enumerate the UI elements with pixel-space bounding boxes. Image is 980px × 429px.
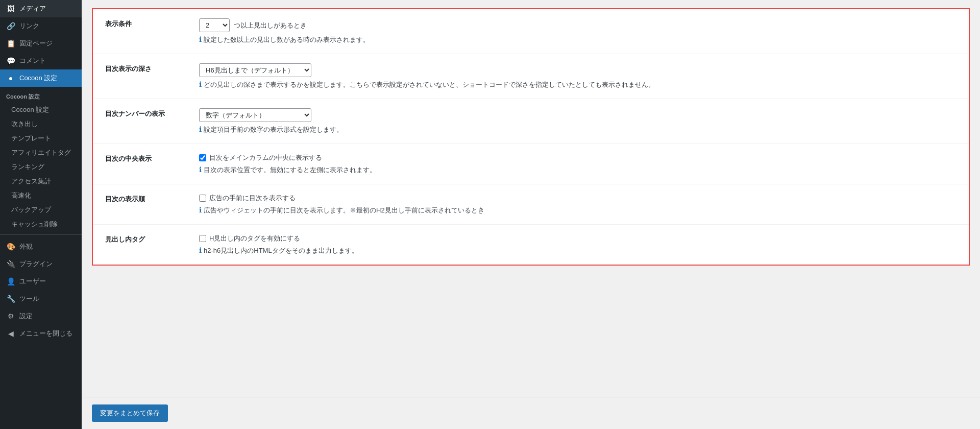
sidebar-item-users[interactable]: 👤 ユーザー [0,273,82,290]
control-toc-depth: H2見出しまで H3見出しまで H4見出しまで H5見出しまで H6見出しまで（… [199,63,957,89]
plugins-icon: 🔌 [6,259,15,269]
select-toc-number[interactable]: 数字（デフォルト） なし [199,108,311,122]
sidebar-item-label: 外観 [19,242,33,251]
settings-row-toc-number: 目次ナンバーの表示 数字（デフォルト） なし ℹ 設定項目手前の数字の表示形式を… [93,99,969,144]
save-button[interactable]: 変更をまとめて保存 [92,404,168,422]
display-condition-suffix: つ以上見出しがあるとき [234,21,307,30]
tools-icon: 🔧 [6,294,15,303]
checkbox-toc-order[interactable] [199,195,206,202]
settings-icon: ⚙ [6,312,15,321]
sidebar-sub-cocoon[interactable]: Cocoon 設定 [0,103,82,117]
control-heading-tag: H見出し内のタグを有効にする ℹ h2-h6見出し内のHTMLタグをそのまま出力… [199,234,957,255]
sidebar-item-label: メディア [19,4,46,13]
sidebar: 🖼 メディア 🔗 リンク 📋 固定ページ 💬 コメント ● Cocoon 設定 … [0,0,82,429]
checkbox-text-toc-order: 広告の手前に目次を表示する [209,194,296,203]
sidebar-item-comment[interactable]: 💬 コメント [0,52,82,69]
hint-toc-order: ℹ 広告やウィジェットの手前に目次を表示します。※最初のH2見出し手前に表示され… [199,206,957,215]
checkbox-toc-center[interactable] [199,154,206,161]
sidebar-item-label: コメント [19,56,46,65]
settings-row-toc-depth: 目次表示の深さ H2見出しまで H3見出しまで H4見出しまで H5見出しまで … [93,54,969,99]
sidebar-sub-backup[interactable]: バックアップ [0,203,82,217]
info-icon: ℹ [199,246,202,254]
sidebar-sub-ranking[interactable]: ランキング [0,160,82,174]
label-toc-center: 目次の中央表示 [105,153,187,163]
checkbox-text-toc-center: 目次をメインカラムの中央に表示する [209,153,322,162]
sidebar-item-link[interactable]: 🔗 リンク [0,17,82,35]
hint-toc-center: ℹ 目次の表示位置です。無効にすると左側に表示されます。 [199,165,957,175]
sidebar-item-tools[interactable]: 🔧 ツール [0,290,82,307]
close-menu-icon: ◀ [6,329,15,338]
footer-bar: 変更をまとめて保存 [82,397,980,429]
control-toc-center: 目次をメインカラムの中央に表示する ℹ 目次の表示位置です。無効にすると左側に表… [199,153,957,175]
sidebar-item-settings[interactable]: ⚙ 設定 [0,307,82,325]
checkbox-heading-tag[interactable] [199,235,206,242]
checkbox-text-heading-tag: H見出し内のタグを有効にする [209,234,300,243]
hint-toc-depth: ℹ どの見出しの深さまで表示するかを設定します。こちらで表示設定がされていないと… [199,80,957,89]
hint-toc-number: ℹ 設定項目手前の数字の表示形式を設定します。 [199,125,957,134]
settings-row-display-condition: 表示条件 1 2 3 4 5 つ以上見出しがあるとき ℹ [93,9,969,54]
sidebar-sub-affiliate[interactable]: アフィリエイトタグ [0,146,82,160]
select-display-condition-num[interactable]: 1 2 3 4 5 [199,18,230,32]
settings-row-toc-center: 目次の中央表示 目次をメインカラムの中央に表示する ℹ 目次の表示位置です。無効… [93,144,969,184]
checkbox-label-toc-center[interactable]: 目次をメインカラムの中央に表示する [199,153,957,162]
sidebar-sub-template[interactable]: テンプレート [0,131,82,146]
sidebar-item-label: 設定 [19,312,33,321]
users-icon: 👤 [6,277,15,286]
info-icon: ℹ [199,125,202,133]
select-toc-depth[interactable]: H2見出しまで H3見出しまで H4見出しまで H5見出しまで H6見出しまで（… [199,63,311,77]
sidebar-item-media[interactable]: 🖼 メディア [0,0,82,17]
info-icon: ℹ [199,165,202,174]
info-icon: ℹ [199,80,202,88]
label-toc-order: 目次の表示順 [105,194,187,204]
sidebar-item-label: ツール [19,294,39,303]
link-icon: 🔗 [6,21,15,31]
content-area: 表示条件 1 2 3 4 5 つ以上見出しがあるとき ℹ [82,0,980,397]
label-toc-number: 目次ナンバーの表示 [105,108,187,118]
sidebar-item-label: プラグイン [19,259,53,269]
sidebar-item-label: メニューを閉じる [19,329,72,338]
fixed-page-icon: 📋 [6,39,15,48]
sidebar-sub-access[interactable]: アクセス集計 [0,174,82,188]
sidebar-item-close-menu[interactable]: ◀ メニューを閉じる [0,325,82,342]
settings-panel: 表示条件 1 2 3 4 5 つ以上見出しがあるとき ℹ [92,8,970,266]
label-heading-tag: 見出し内タグ [105,234,187,244]
sidebar-sub-bubble[interactable]: 吹き出し [0,117,82,131]
sidebar-item-plugins[interactable]: 🔌 プラグイン [0,255,82,273]
settings-row-toc-order: 目次の表示順 広告の手前に目次を表示する ℹ 広告やウィジェットの手前に目次を表… [93,184,969,225]
sidebar-item-cocoon-settings[interactable]: ● Cocoon 設定 [0,69,82,87]
hint-display-condition: ℹ 設定した数以上の見出し数がある時のみ表示されます。 [199,35,957,44]
settings-row-heading-tag: 見出し内タグ H見出し内のタグを有効にする ℹ h2-h6見出し内のHTMLタグ… [93,225,969,265]
cocoon-icon: ● [6,74,15,83]
checkbox-label-heading-tag[interactable]: H見出し内のタグを有効にする [199,234,957,243]
sidebar-item-label: リンク [19,21,39,31]
control-toc-number: 数字（デフォルト） なし ℹ 設定項目手前の数字の表示形式を設定します。 [199,108,957,134]
sidebar-item-label: Cocoon 設定 [19,74,57,83]
info-icon: ℹ [199,35,202,43]
label-display-condition: 表示条件 [105,18,187,29]
checkbox-label-toc-order[interactable]: 広告の手前に目次を表示する [199,194,957,203]
control-toc-order: 広告の手前に目次を表示する ℹ 広告やウィジェットの手前に目次を表示します。※最… [199,194,957,215]
sidebar-sub-speed[interactable]: 高速化 [0,188,82,203]
control-display-condition: 1 2 3 4 5 つ以上見出しがあるとき ℹ 設定した数以上の見出し数がある時… [199,18,957,44]
sidebar-sub-cache[interactable]: キャッシュ削除 [0,217,82,231]
cocoon-section-label: Cocoon 設定 [0,87,82,103]
sidebar-item-fixed-page[interactable]: 📋 固定ページ [0,35,82,52]
label-toc-depth: 目次表示の深さ [105,63,187,74]
sidebar-item-appearance[interactable]: 🎨 外観 [0,238,82,255]
appearance-icon: 🎨 [6,242,15,251]
sidebar-item-label: 固定ページ [19,39,53,48]
sidebar-item-label: ユーザー [19,277,46,286]
main-content: 表示条件 1 2 3 4 5 つ以上見出しがあるとき ℹ [82,0,980,429]
info-icon: ℹ [199,206,202,214]
comment-icon: 💬 [6,56,15,65]
media-icon: 🖼 [6,4,15,13]
hint-heading-tag: ℹ h2-h6見出し内のHTMLタグをそのまま出力します。 [199,246,957,255]
